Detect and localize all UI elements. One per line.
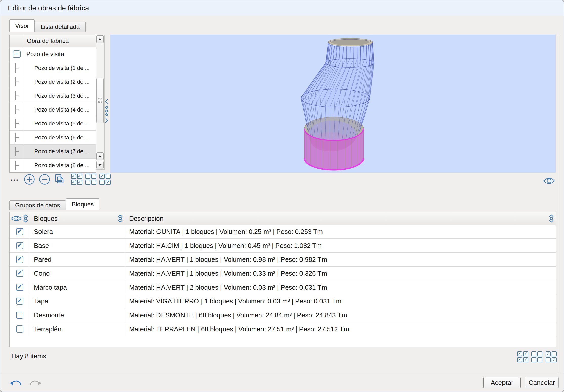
bloques-table: Bloques Descripción Solera Material: GUN… [9, 212, 556, 347]
row-visibility-checkbox[interactable] [16, 284, 23, 291]
tree-row[interactable]: Pozo de visita (5 de ... [10, 117, 96, 131]
table-row[interactable]: Cono Material: HA.VERT | 1 bloques | Vol… [10, 267, 556, 280]
branch-icon [13, 146, 20, 157]
row-visibility-checkbox[interactable] [16, 228, 23, 235]
tree-row[interactable]: Pozo de visita (6 de ... [10, 131, 96, 145]
visibility-eye-button[interactable] [543, 177, 555, 186]
tree-toolbar: ... [10, 173, 114, 186]
row-visibility-checkbox[interactable] [16, 270, 23, 277]
tree-row-selected[interactable]: Pozo de visita (7 de ... [10, 145, 96, 159]
bloques-column-header[interactable]: Bloques [30, 212, 125, 225]
row-visibility-checkbox[interactable] [16, 298, 23, 305]
tree-row[interactable]: Pozo de visita (3 de ... [10, 89, 96, 103]
undo-button[interactable] [9, 377, 24, 388]
table-row[interactable]: Pared Material: HA.VERT | 1 bloques | Vo… [10, 253, 556, 267]
branch-icon [13, 119, 20, 129]
table-row[interactable]: Desmonte Material: DESMONTE | 68 bloques… [10, 308, 556, 322]
triangle-up-icon [98, 36, 102, 40]
branch-icon [13, 133, 20, 143]
scroll-step-down-button[interactable] [96, 161, 104, 169]
check-all-button[interactable] [517, 351, 528, 362]
row-visibility-checkbox[interactable] [16, 256, 23, 263]
splitter-collapse-handle[interactable] [104, 98, 110, 124]
tree-header-row: Obra de fábrica [10, 35, 96, 47]
branch-icon [13, 160, 20, 170]
tree-row-root[interactable]: Pozo de visita [10, 47, 96, 61]
uncheck-all-button[interactable] [85, 174, 96, 185]
redo-button[interactable] [28, 377, 42, 388]
copy-button[interactable] [54, 173, 66, 185]
table-row[interactable]: Marco tapa Material: HA.VERT | 2 bloques… [10, 280, 556, 294]
status-count: Hay 8 items [11, 350, 46, 362]
tab-visor[interactable]: Visor [9, 19, 35, 32]
sort-icon[interactable] [23, 214, 28, 223]
tree-header-spacer [10, 35, 24, 47]
check-all-button[interactable] [71, 174, 82, 185]
table-header: Bloques Descripción [10, 212, 556, 225]
more-options-button[interactable]: ... [10, 174, 19, 182]
table-row[interactable]: Tapa Material: VIGA HIERRO | 1 bloques |… [10, 294, 556, 308]
row-visibility-checkbox[interactable] [16, 312, 23, 319]
table-row[interactable]: Terraplén Material: TERRAPLEN | 68 bloqu… [10, 322, 556, 336]
table-row[interactable]: Base Material: HA.CIM | 1 bloques | Volu… [10, 239, 556, 253]
scroll-up-button[interactable] [96, 35, 104, 43]
tree-row[interactable]: Pozo de visita (4 de ... [10, 103, 96, 117]
invert-selection-button[interactable] [546, 351, 557, 362]
upper-tabs: Visor Lista detallada [9, 19, 86, 32]
lower-tabs: Grupos de datos Bloques [9, 198, 99, 210]
tree-row[interactable]: Pozo de visita (2 de ... [10, 75, 96, 89]
accept-button[interactable]: Aceptar [483, 377, 521, 388]
row-visibility-checkbox[interactable] [16, 242, 23, 249]
footer-bar: Aceptar Cancelar [0, 374, 564, 392]
viewer-3d[interactable] [110, 35, 556, 173]
top-cap [328, 38, 373, 47]
row-visibility-checkbox[interactable] [16, 325, 23, 333]
branch-icon [13, 105, 20, 115]
table-row[interactable]: Solera Material: GUNITA | 1 bloques | Vo… [10, 225, 556, 239]
triangle-down-icon [98, 164, 102, 168]
tree-row[interactable]: Pozo de visita (8 de ... [10, 159, 96, 172]
tree-scrollbar[interactable] [96, 35, 105, 170]
thumb-grip-icon [98, 98, 102, 103]
cancel-button[interactable]: Cancelar [525, 377, 559, 388]
table-selection-tools [517, 351, 557, 362]
add-button[interactable] [24, 173, 35, 185]
descripcion-column-header[interactable]: Descripción [125, 212, 556, 225]
tree-header-label[interactable]: Obra de fábrica [24, 35, 96, 47]
branch-icon [13, 63, 20, 73]
uncheck-all-button[interactable] [531, 351, 542, 362]
editor-obras-dialog: Editor de obras de fábrica Visor Lista d… [0, 0, 564, 392]
tab-bloques[interactable]: Bloques [66, 198, 99, 210]
triangle-up-icon [98, 153, 102, 157]
tab-grupos-de-datos[interactable]: Grupos de datos [9, 200, 66, 210]
right-panel-edge [558, 35, 560, 374]
tree-row[interactable]: Pozo de visita (1 de ... [10, 61, 96, 75]
manhole-3d-model [110, 35, 556, 173]
sort-icon[interactable] [549, 214, 554, 223]
tree-panel: Obra de fábrica Pozo de visita Pozo de v… [9, 35, 96, 173]
scroll-step-up-button[interactable] [96, 152, 104, 160]
collapse-chevrons-icon [104, 98, 109, 124]
visibility-column-header[interactable] [10, 212, 30, 225]
invert-selection-button[interactable] [99, 174, 111, 185]
eye-icon [11, 215, 22, 222]
remove-button[interactable] [39, 173, 50, 185]
branch-icon [13, 91, 20, 101]
collapse-expander-icon[interactable] [13, 50, 21, 58]
sort-icon[interactable] [118, 214, 123, 223]
branch-icon [13, 77, 20, 87]
tab-lista-detallada[interactable]: Lista detallada [35, 22, 86, 32]
scrollbar-thumb[interactable] [96, 78, 104, 123]
window-title: Editor de obras de fábrica [0, 0, 564, 16]
